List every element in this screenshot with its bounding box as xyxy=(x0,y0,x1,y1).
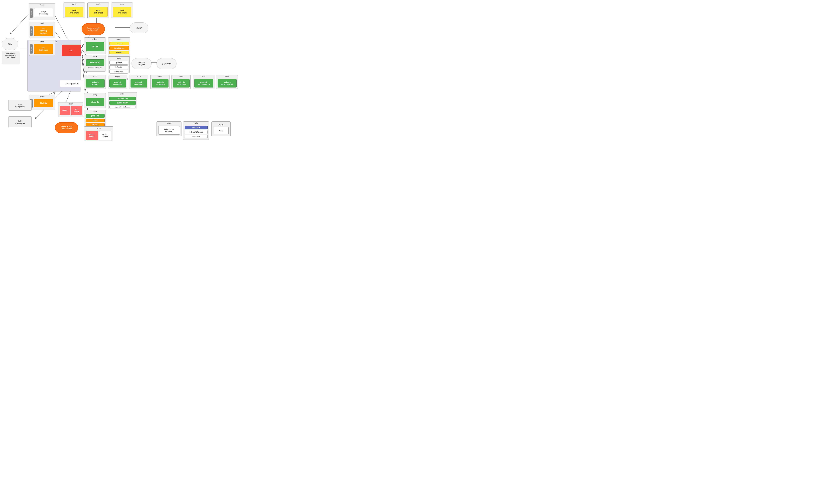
rubik-bot-title: rubik xyxy=(84,110,106,112)
study-db-24h-label: study db 24h xyxy=(117,97,128,99)
lila-tablebase-box: lila-tablebase xyxy=(34,44,53,54)
redis-label: redis pub/sub xyxy=(66,82,79,85)
higgs-container: higgs main dbsecondary xyxy=(171,75,191,89)
study-db-24h-box: study db 24h xyxy=(110,97,136,100)
fishnet-distributed-label: fishnet analysis(distributed) xyxy=(87,27,100,31)
terra-container: terra nginx lila-tablebase xyxy=(29,40,55,56)
kaladin-label: kaladin xyxy=(116,51,122,53)
apate-container: apate cr-bot sandbag-bot kaladin xyxy=(108,37,130,56)
bowie-title: bowie xyxy=(84,55,106,58)
prometheus-label: prometheus xyxy=(114,71,123,73)
study-title: study xyxy=(84,93,106,96)
butch-inner: irwinanti-cheat xyxy=(89,7,108,17)
svg-line-3 xyxy=(12,12,30,32)
starr-title: starr xyxy=(58,102,83,105)
loquy-title: loquy xyxy=(108,75,127,78)
lila-box: lila xyxy=(61,45,81,56)
bowie-container: bowie insights db database.lichess.org xyxy=(84,55,106,71)
study-db-box: study db xyxy=(86,98,104,106)
lila-gif-label: lila-gif xyxy=(93,119,98,121)
lichess-dev-label: lichess.dev(staging) xyxy=(164,128,174,133)
rsync-box: rsync/btfrs file backup xyxy=(110,105,136,108)
rubik-top-container: rubik nginx lila-opening-explorer xyxy=(29,22,55,38)
lichess-search-box: lichess-search xyxy=(86,131,98,141)
bofur-title: bofur xyxy=(108,57,129,59)
late2-container: late2 main dbsecondary 24h xyxy=(216,75,238,89)
lila-tablebase-label: lila-tablebase xyxy=(39,47,48,51)
hyper-container: hyper nginx lila-http xyxy=(29,95,55,110)
late2-db-box: main dbsecondary 24h xyxy=(218,79,236,87)
sandbag-bot-label: sandbag-bot xyxy=(114,47,124,49)
puzzle-db-24h-label: puzzle db 24h xyxy=(117,102,128,104)
archi-db-box: main dbprimary xyxy=(86,79,105,87)
grafana-box: grafana xyxy=(110,61,128,64)
lila-label: lila xyxy=(70,49,72,51)
bassi-title: bassi xyxy=(151,75,169,78)
taffy-title: taffy xyxy=(18,119,22,122)
archi-title: archi xyxy=(84,75,106,78)
elastic-search-box: elastic-search xyxy=(99,131,111,141)
zulip-container: zulip zulip xyxy=(211,121,230,137)
smtp-cloud: SMTP xyxy=(130,22,148,33)
laura-db-label: main dbsecondary xyxy=(134,81,143,85)
kamon-label: kamon +telegraf xyxy=(138,62,145,66)
influxdb-label: influxdb xyxy=(116,66,122,68)
cr-bot-box: cr-bot xyxy=(110,42,129,45)
late1-title: late1 xyxy=(193,75,214,78)
late2-title: late2 xyxy=(216,75,237,78)
lila-http-box: lila-http xyxy=(34,99,53,107)
bassi-db-box: main dbsecondary xyxy=(152,79,168,87)
achoo-title: achoo xyxy=(84,38,106,40)
pgn-mule-box: pgn-mule xyxy=(185,126,208,130)
terra-title: terra xyxy=(29,40,55,43)
zulip-title: zulip xyxy=(218,123,223,126)
puzzle-db-box: puzzle db xyxy=(86,114,105,118)
bassi-container: bassi main dbsecondary xyxy=(150,75,169,89)
smtp-label: SMTP xyxy=(137,27,142,29)
hyper-title: hyper xyxy=(29,95,55,98)
insights-db-label: insights db xyxy=(90,61,100,63)
zulip-bots-label: zulip bots xyxy=(192,136,200,138)
sirch-title: sirch xyxy=(84,127,113,129)
lichess-search-label: lichess-search xyxy=(89,134,95,138)
laura-db-box: main dbsecondary xyxy=(131,79,147,87)
syrup-container: syrup WS nginx #1 xyxy=(8,100,32,110)
uluru-inner: irwinanti-cheat xyxy=(113,7,131,17)
yolo-db-label: yolo db xyxy=(92,46,98,48)
pgn-mule-label: pgn-mule xyxy=(192,127,200,129)
late1-db-label: main dbsecondary 1h xyxy=(198,81,210,85)
higgs-title: higgs xyxy=(172,75,190,78)
burke-container: burke irwinanti-cheat xyxy=(63,2,85,18)
plato-title: plato xyxy=(108,92,137,95)
pagerduty-label: pagerduty xyxy=(163,63,171,65)
ws-nginx1-label: WS nginx #1 xyxy=(15,105,25,107)
rubik-bot-container: rubik puzzle db lila-gif lila-push xyxy=(84,110,106,128)
lichess4545-label: lichess4545.com xyxy=(189,131,203,133)
prometheus-box: prometheus xyxy=(110,70,128,73)
ws-nginx2-label: WS nginx #2 xyxy=(15,122,25,124)
redis-box: redis pub/sub xyxy=(60,80,85,87)
khiaw-title: khiaw xyxy=(157,121,181,124)
fishnet-distributed: fishnet analysis(distributed) xyxy=(81,23,105,35)
loquy-db-box: main dbsecondary xyxy=(110,79,126,87)
archi-db-label: main dbprimary xyxy=(92,81,99,85)
database-lichess-label: database.lichess.org xyxy=(86,67,105,68)
radio-title: radio xyxy=(183,121,209,124)
laura-title: laura xyxy=(129,75,148,78)
butch-irwin-label: irwinanti-cheat xyxy=(94,10,103,14)
image-processing-label: imageprocessing xyxy=(39,10,48,15)
bassi-db-label: main dbsecondary xyxy=(156,81,165,85)
cdn-cloud: CDN xyxy=(2,38,18,50)
image-processing-box: imageprocessing xyxy=(34,8,53,17)
pagerduty-cloud: pagerduty xyxy=(157,58,176,69)
image-title: image xyxy=(29,3,55,6)
lila-gif-box: lila-gif xyxy=(86,118,105,122)
taffy-container: taffy WS nginx #2 xyxy=(8,116,32,127)
bofur-container: bofur grafana influxdb prometheus xyxy=(108,56,130,73)
puzzle-db-label: puzzle db xyxy=(91,115,99,117)
khiaw-container: khiaw lichess.dev(staging) xyxy=(157,121,181,137)
radio-container: radio pgn-mule lichess4545.com zulip bot… xyxy=(183,121,209,140)
study-db-label: study db xyxy=(91,101,99,103)
rubik-top-title: rubik xyxy=(29,22,55,24)
plato-container: plato study db 24h puzzle db 24h rsync/b… xyxy=(108,92,137,109)
